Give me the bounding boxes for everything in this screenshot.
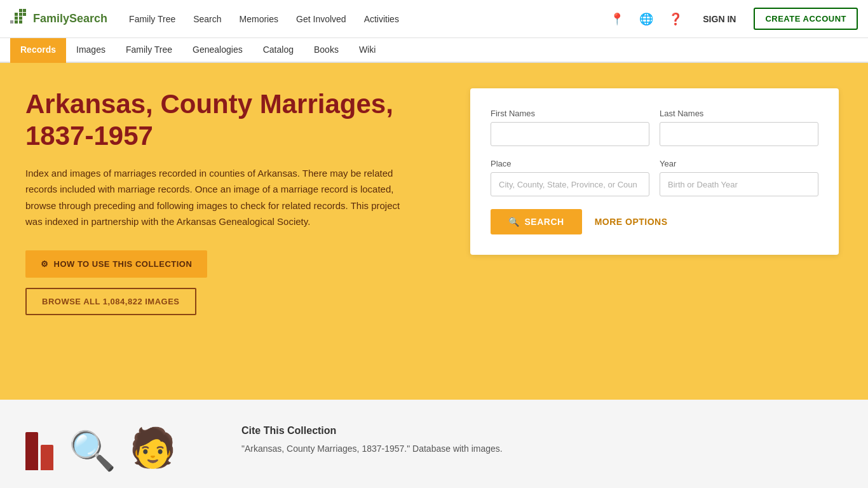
svg-rect-3: [15, 13, 18, 16]
nav-family-tree[interactable]: Family Tree: [123, 9, 182, 29]
location-icon-button[interactable]: 📍: [607, 10, 627, 29]
compass-icon: ⚙: [41, 259, 49, 269]
familysearch-logo-icon: [10, 8, 33, 30]
nav-memories[interactable]: Memories: [233, 9, 285, 29]
last-names-group: Last Names: [660, 109, 818, 146]
cite-title: Cite This Collection: [241, 425, 843, 437]
year-label: Year: [660, 159, 818, 168]
logo[interactable]: FamilySearch: [10, 8, 107, 30]
how-to-use-button[interactable]: ⚙ HOW TO USE THIS COLLECTION: [25, 250, 207, 278]
svg-rect-6: [15, 17, 18, 20]
language-icon-button[interactable]: 🌐: [637, 10, 656, 29]
person-illustration: 🧑: [129, 425, 177, 470]
first-names-group: First Names: [491, 109, 649, 146]
more-options-link[interactable]: MORE OPTIONS: [595, 217, 668, 227]
place-input[interactable]: [491, 172, 649, 196]
year-group: Year: [660, 159, 818, 196]
sec-nav-images[interactable]: Images: [66, 38, 116, 63]
bar-chart-illustration: [25, 432, 53, 470]
nav-activities[interactable]: Activities: [358, 9, 405, 29]
search-icon: 🔍: [508, 217, 520, 227]
search-button[interactable]: 🔍 SEARCH: [491, 209, 582, 234]
svg-rect-10: [19, 20, 22, 24]
sec-nav-books[interactable]: Books: [304, 38, 349, 63]
first-names-input[interactable]: [491, 122, 649, 146]
sec-nav-wiki[interactable]: Wiki: [349, 38, 386, 63]
sec-nav-records[interactable]: Records: [10, 38, 66, 63]
magnifier-illustration: 🔍: [69, 432, 116, 470]
top-nav-right: 📍 🌐 ❓ SIGN IN CREATE ACCOUNT: [607, 8, 858, 30]
sec-nav-catalog[interactable]: Catalog: [253, 38, 304, 63]
globe-icon: 🌐: [639, 12, 653, 26]
sign-in-button[interactable]: SIGN IN: [695, 10, 743, 28]
name-fields-row: First Names Last Names: [491, 109, 818, 146]
sec-nav-family-tree[interactable]: Family Tree: [116, 38, 182, 63]
search-actions: 🔍 SEARCH MORE OPTIONS: [491, 209, 818, 234]
svg-rect-8: [10, 20, 13, 24]
svg-rect-2: [23, 9, 26, 12]
svg-rect-1: [19, 9, 22, 12]
bottom-section: 🔍 🧑 Cite This Collection "Arkansas, Coun…: [0, 400, 868, 488]
last-names-label: Last Names: [660, 109, 818, 118]
top-navigation: FamilySearch Family Tree Search Memories…: [0, 0, 868, 38]
nav-search[interactable]: Search: [187, 9, 227, 29]
place-label: Place: [491, 159, 649, 168]
help-icon: ❓: [668, 12, 682, 26]
hero-content: Arkansas, County Marriages, 1837-1957 In…: [25, 88, 432, 315]
cite-section: Cite This Collection "Arkansas, County M…: [241, 425, 843, 456]
browse-images-button[interactable]: BROWSE ALL 1,084,822 IMAGES: [25, 288, 196, 315]
hero-description: Index and images of marriages recorded i…: [25, 165, 407, 230]
hero-section: Arkansas, County Marriages, 1837-1957 In…: [0, 63, 868, 400]
main-navigation: Family Tree Search Memories Get Involved…: [123, 9, 607, 29]
svg-rect-9: [15, 20, 18, 24]
nav-get-involved[interactable]: Get Involved: [290, 9, 353, 29]
year-input[interactable]: [660, 172, 818, 196]
cite-text: "Arkansas, County Marriages, 1837-1957."…: [241, 442, 843, 456]
last-names-input[interactable]: [660, 122, 818, 146]
place-group: Place: [491, 159, 649, 196]
help-icon-button[interactable]: ❓: [666, 10, 685, 29]
first-names-label: First Names: [491, 109, 649, 118]
illustration-area: 🔍 🧑: [25, 425, 216, 470]
hero-buttons: ⚙ HOW TO USE THIS COLLECTION BROWSE ALL …: [25, 250, 432, 315]
bar-2: [41, 445, 53, 470]
search-card: First Names Last Names Place Year 🔍 SEAR…: [470, 88, 839, 255]
secondary-navigation: Records Images Family Tree Genealogies C…: [0, 38, 868, 63]
logo-text: FamilySearch: [33, 12, 107, 25]
location-icon: 📍: [610, 12, 624, 26]
place-year-row: Place Year: [491, 159, 818, 196]
svg-rect-4: [19, 13, 22, 16]
bar-1: [25, 432, 38, 470]
svg-rect-7: [19, 17, 22, 20]
create-account-button[interactable]: CREATE ACCOUNT: [754, 8, 858, 30]
page-title: Arkansas, County Marriages, 1837-1957: [25, 88, 432, 152]
sec-nav-genealogies[interactable]: Genealogies: [182, 38, 253, 63]
svg-rect-5: [23, 13, 26, 16]
